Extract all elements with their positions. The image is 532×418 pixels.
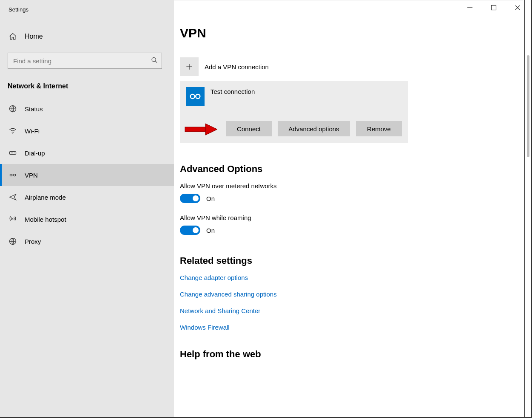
connect-button[interactable]: Connect xyxy=(226,121,272,136)
advanced-options-button[interactable]: Advanced options xyxy=(278,121,350,136)
airplane-icon xyxy=(9,193,17,201)
link-network-sharing-center[interactable]: Network and Sharing Center xyxy=(180,307,512,314)
window-controls xyxy=(466,3,522,12)
sidebar-section-label: Network & Internet xyxy=(0,76,174,98)
search-input[interactable] xyxy=(8,53,162,69)
sidebar-item-label: Wi-Fi xyxy=(25,127,40,135)
roaming-toggle-state: On xyxy=(206,227,215,234)
sidebar-item-hotspot[interactable]: Mobile hotspot xyxy=(0,208,174,230)
vpn-connection-icon xyxy=(186,87,205,106)
sidebar-item-label: Status xyxy=(25,105,43,113)
proxy-icon xyxy=(9,237,17,246)
sidebar-home-label: Home xyxy=(25,33,43,40)
sidebar-home[interactable]: Home xyxy=(0,28,174,45)
svg-point-0 xyxy=(152,58,156,62)
vpn-connection-card: Test connection Connect Advanced options… xyxy=(180,81,408,143)
svg-point-11 xyxy=(191,94,195,99)
metered-toggle[interactable] xyxy=(180,194,200,203)
window-title: Settings xyxy=(0,6,174,13)
svg-point-6 xyxy=(14,153,15,153)
svg-rect-13 xyxy=(185,127,205,132)
maximize-button[interactable] xyxy=(489,3,498,12)
related-settings-heading: Related settings xyxy=(180,255,512,266)
roaming-toggle[interactable] xyxy=(180,226,200,235)
wifi-icon xyxy=(9,127,17,135)
sidebar-item-airplane[interactable]: Airplane mode xyxy=(0,186,174,208)
close-button[interactable] xyxy=(513,3,522,12)
roaming-label: Allow VPN while roaming xyxy=(180,214,512,221)
sidebar-item-wifi[interactable]: Wi-Fi xyxy=(0,120,174,142)
sidebar-item-label: Proxy xyxy=(25,238,41,245)
status-icon xyxy=(9,104,17,113)
vpn-icon xyxy=(9,171,17,179)
sidebar-item-label: Mobile hotspot xyxy=(25,216,66,223)
main-content: VPN Add a VPN connection Test connection xyxy=(174,0,523,418)
minimize-button[interactable] xyxy=(466,3,474,12)
page-title: VPN xyxy=(180,26,512,40)
scrollbar[interactable] xyxy=(524,0,532,418)
dialup-icon xyxy=(9,149,17,157)
sidebar: Settings Home Network & Internet xyxy=(0,0,174,418)
annotation-arrow-icon xyxy=(184,123,218,135)
sidebar-item-proxy[interactable]: Proxy xyxy=(0,230,174,252)
scrollbar-thumb[interactable] xyxy=(527,55,529,157)
sidebar-item-label: Dial-up xyxy=(25,150,45,157)
remove-button[interactable]: Remove xyxy=(356,121,402,136)
add-vpn-row[interactable]: Add a VPN connection xyxy=(180,57,512,76)
sidebar-item-label: Airplane mode xyxy=(25,194,66,201)
sidebar-item-vpn[interactable]: VPN xyxy=(0,164,174,186)
link-advanced-sharing[interactable]: Change advanced sharing options xyxy=(180,291,512,298)
search-icon xyxy=(151,57,158,65)
svg-point-2 xyxy=(12,133,13,134)
hotspot-icon xyxy=(9,215,17,223)
sidebar-item-label: VPN xyxy=(25,172,38,179)
svg-point-4 xyxy=(11,153,12,153)
advanced-options-heading: Advanced Options xyxy=(180,164,512,175)
svg-point-7 xyxy=(10,174,12,176)
link-windows-firewall[interactable]: Windows Firewall xyxy=(180,324,512,331)
sidebar-item-status[interactable]: Status xyxy=(0,98,174,120)
metered-label: Allow VPN over metered networks xyxy=(180,182,512,189)
add-vpn-label: Add a VPN connection xyxy=(205,63,269,71)
svg-marker-14 xyxy=(205,124,217,135)
link-adapter-options[interactable]: Change adapter options xyxy=(180,274,512,281)
svg-point-8 xyxy=(14,174,16,176)
svg-point-5 xyxy=(12,153,13,153)
svg-point-9 xyxy=(12,218,14,220)
svg-point-12 xyxy=(196,94,200,99)
help-heading: Help from the web xyxy=(180,349,512,360)
plus-icon xyxy=(180,57,199,76)
sidebar-item-dialup[interactable]: Dial-up xyxy=(0,142,174,164)
svg-rect-15 xyxy=(492,6,496,10)
vpn-connection-name: Test connection xyxy=(211,87,255,95)
metered-toggle-state: On xyxy=(206,195,215,202)
home-icon xyxy=(9,32,17,41)
